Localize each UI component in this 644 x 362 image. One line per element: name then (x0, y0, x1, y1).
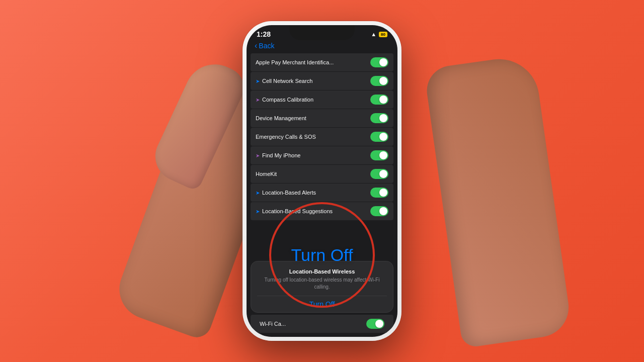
location-arrow-compass: ➤ (256, 97, 260, 103)
setting-label-cell-network: Cell Network Search (262, 78, 312, 84)
toggle-homekit[interactable] (370, 169, 388, 179)
phone-body: 1:28 ▲ 80 ‹ Back Apple Pay Merchant Iden… (247, 25, 397, 337)
alert-overlay[interactable]: Location-Based Wireless Turning off loca… (251, 261, 393, 313)
toggle-cell-network[interactable] (370, 76, 388, 86)
setting-row-apple-pay[interactable]: Apple Pay Merchant Identifica... (251, 53, 393, 71)
setting-label-location-suggestions: Location-Based Suggestions (262, 208, 333, 214)
setting-row-cell-network[interactable]: ➤ Cell Network Search (251, 72, 393, 90)
wifi-icon: ▲ (371, 31, 376, 37)
status-icons: ▲ 80 (371, 31, 387, 37)
toggle-location-alerts[interactable] (370, 188, 388, 198)
setting-row-location-alerts[interactable]: ➤ Location-Based Alerts (251, 184, 393, 202)
back-label[interactable]: Back (259, 42, 274, 50)
battery-icon: 80 (379, 32, 387, 37)
location-arrow-cell: ➤ (256, 78, 260, 84)
setting-row-content: Emergency Calls & SOS (256, 134, 370, 140)
alert-turn-off-button[interactable]: Turn Off (257, 296, 387, 312)
setting-row-find-iphone[interactable]: ➤ Find My iPhone (251, 146, 393, 164)
toggle-emergency[interactable] (370, 132, 388, 142)
alert-title: Location-Based Wireless (257, 268, 387, 275)
toggle-compass[interactable] (370, 95, 388, 105)
setting-label-wifi: Wi-Fi Ca... (260, 321, 286, 327)
setting-row-homekit[interactable]: HomeKit (251, 165, 393, 183)
alert-message: Turning off location-based wireless may … (257, 277, 387, 291)
setting-row-device-mgmt[interactable]: Device Management (251, 109, 393, 127)
setting-label-device-mgmt: Device Management (256, 115, 306, 121)
toggle-apple-pay[interactable] (370, 57, 388, 67)
setting-row-wifi[interactable]: Wi-Fi Ca... (251, 315, 393, 333)
right-hand (424, 54, 573, 348)
settings-list: Apple Pay Merchant Identifica... ➤ Cell … (247, 53, 397, 221)
setting-row-content: Wi-Fi Ca... (260, 321, 366, 327)
toggle-wifi[interactable] (366, 319, 384, 329)
back-nav[interactable]: ‹ Back (247, 38, 397, 53)
location-arrow-find: ➤ (256, 153, 260, 158)
setting-row-content: ➤ Location-Based Alerts (256, 190, 370, 196)
setting-label-homekit: HomeKit (256, 171, 277, 177)
setting-label-find-iphone: Find My iPhone (262, 152, 300, 158)
location-arrow-suggestions: ➤ (256, 209, 260, 214)
setting-row-content: Device Management (256, 115, 370, 121)
setting-row-content: ➤ Compass Calibration (256, 97, 370, 103)
toggle-location-suggestions[interactable] (370, 206, 388, 216)
setting-label-location-alerts: Location-Based Alerts (262, 190, 316, 196)
setting-row-content: ➤ Find My iPhone (256, 152, 370, 158)
setting-label-compass: Compass Calibration (262, 97, 313, 103)
toggle-device-mgmt[interactable] (370, 113, 388, 123)
toggle-find-iphone[interactable] (370, 150, 388, 160)
notch (289, 25, 355, 40)
setting-label-apple-pay: Apple Pay Merchant Identifica... (256, 59, 334, 65)
back-chevron-icon: ‹ (255, 41, 257, 50)
setting-row-content: HomeKit (256, 171, 370, 177)
setting-row-compass[interactable]: ➤ Compass Calibration (251, 90, 393, 109)
setting-row-content: ➤ Cell Network Search (256, 78, 370, 84)
setting-row-emergency[interactable]: Emergency Calls & SOS (251, 128, 393, 146)
status-time: 1:28 (257, 30, 271, 38)
setting-row-content: ➤ Location-Based Suggestions (256, 208, 370, 214)
setting-label-emergency: Emergency Calls & SOS (256, 134, 316, 140)
setting-row-location-suggestions[interactable]: ➤ Location-Based Suggestions (251, 202, 393, 220)
setting-row-content: Apple Pay Merchant Identifica... (256, 59, 370, 65)
location-arrow-alerts: ➤ (256, 190, 260, 196)
